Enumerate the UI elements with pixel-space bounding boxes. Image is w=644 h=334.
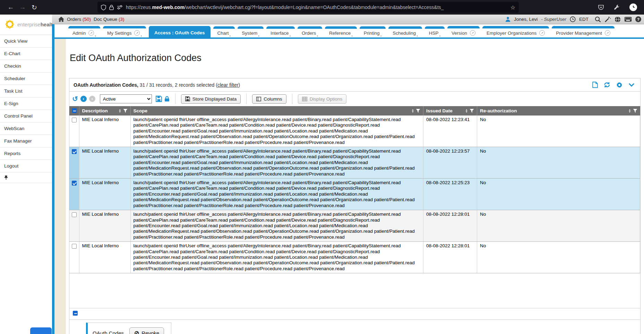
sort-icon[interactable]: ▲▼ (119, 109, 121, 113)
row-checkbox[interactable] (72, 181, 77, 186)
column-header-scope[interactable]: Scope (134, 108, 148, 113)
tab-interface[interactable]: Interface, (266, 26, 295, 37)
url-bar[interactable]: https://zeus.med-web.com/webchart/wctlev… (97, 2, 519, 13)
sort-icon[interactable]: ▲▼ (628, 109, 631, 113)
tab-chart[interactable]: Chart, (213, 26, 235, 37)
tab-my-settings[interactable]: My Settings↗, (103, 26, 146, 37)
tab-printing[interactable]: Printing, (360, 26, 386, 37)
help-icon[interactable]: ? (635, 16, 641, 22)
save-filter-icon[interactable] (156, 96, 162, 102)
tab-orders[interactable]: Orders, (298, 26, 322, 37)
oauth-codes-subtab[interactable]: OAuth Codes ⊘ Revoke (86, 323, 171, 334)
undo-icon[interactable]: ↺ (72, 95, 78, 102)
table-toolbar: ↺ ‹ › Active (69, 92, 640, 106)
sidebar-pin-button[interactable] (0, 172, 52, 183)
sidebar-item-e-sign[interactable]: E-Sign (0, 97, 52, 110)
filter-funnel-icon[interactable] (123, 109, 128, 113)
permissions-icon[interactable] (117, 5, 123, 10)
browser-back-button[interactable]: ← (5, 3, 17, 11)
tab-provider-management[interactable]: Provider Management↗ (552, 26, 615, 37)
filter-funnel-icon[interactable] (470, 109, 474, 113)
store-displayed-data-button[interactable]: Store Displayed Data (181, 94, 241, 104)
tab-hsp[interactable]: HSP, (425, 26, 445, 37)
tab-handle-icon: , (439, 32, 440, 37)
sidebar-item-quick-view[interactable]: Quick View (0, 35, 52, 48)
user-icon (505, 17, 510, 22)
orders-link[interactable]: Orders (50) (67, 17, 91, 22)
row-checkbox[interactable] (72, 244, 77, 249)
sidebar-item-checkin[interactable]: Checkin (0, 60, 52, 72)
browser-forward-button[interactable]: → (17, 3, 28, 11)
sidebar-item-e-chart[interactable]: E-Chart (0, 48, 52, 60)
collapse-chevron-icon[interactable] (628, 83, 635, 87)
tab-system[interactable]: System, (238, 26, 264, 37)
column-header-description[interactable]: Description (82, 108, 108, 113)
oauth-codes-table: Description ▲▼ Scope ▲▼ Issued Date ▲▼ (69, 106, 640, 273)
columns-button[interactable]: Columns (252, 94, 286, 104)
sidebar-item-control-panel[interactable]: Control Panel (0, 110, 52, 122)
doc-queue-link[interactable]: Doc Queue (3) (94, 17, 124, 22)
display-options-button[interactable]: Display Options (298, 94, 347, 104)
scope-cell: launch/patient openid fhirUser offline_a… (130, 242, 423, 273)
table-header-row: Description ▲▼ Scope ▲▼ Issued Date ▲▼ (69, 106, 640, 115)
column-header-issued-date[interactable]: Issued Date (426, 108, 453, 113)
keyboard-icon[interactable] (624, 17, 632, 22)
toolbar-divider (292, 94, 292, 104)
bookmark-star-icon[interactable]: ☆ (510, 4, 515, 11)
external-link-icon: ↗ (605, 30, 610, 36)
tab-handle-icon: , (95, 32, 96, 37)
browser-reload-button[interactable]: ↻ (28, 3, 40, 11)
scope-cell: launch/patient openid fhirUser offline_a… (130, 115, 423, 147)
tab-handle-icon: , (230, 32, 231, 37)
search-icon[interactable] (595, 16, 601, 23)
sidebar-item-webscan[interactable]: WebScan (0, 122, 52, 135)
sort-icon[interactable]: ▲▼ (412, 109, 414, 113)
row-checkbox[interactable] (72, 149, 77, 154)
column-header-reauthorization[interactable]: Re-authorization (480, 108, 517, 113)
select-all-checkbox[interactable] (72, 108, 77, 113)
profile-clock-icon[interactable] (629, 3, 637, 11)
filter-funnel-icon[interactable] (633, 109, 637, 113)
gear-icon[interactable] (616, 82, 622, 88)
sidebar-item-task-list[interactable]: Task List (0, 85, 52, 97)
tab-employer-organizations[interactable]: Employer Organizations↗ (482, 26, 549, 37)
sidebar-item-logout[interactable]: Logout (0, 160, 52, 172)
user-name[interactable]: Jones, Levi (514, 17, 538, 22)
home-icon[interactable] (58, 17, 64, 22)
filter-funnel-icon[interactable] (416, 109, 420, 113)
refresh-icon[interactable] (604, 82, 610, 88)
sort-icon[interactable]: ▲▼ (465, 109, 468, 113)
sidebar: enterprisehealth Quick View E-Chart Chec… (0, 15, 52, 334)
globe-icon[interactable] (615, 16, 621, 23)
row-checkbox[interactable] (72, 212, 77, 217)
tab-reference[interactable]: Reference, (325, 26, 357, 37)
lock-filter-icon[interactable] (164, 96, 170, 102)
issued-date-cell: 08-08-2022 12:28:01 (423, 242, 477, 273)
wrench-icon[interactable] (614, 5, 620, 10)
pocket-icon[interactable] (598, 5, 604, 10)
table-row: MIE Local Inferno launch/patient openid … (69, 242, 640, 273)
table-row: MIE Local Inferno launch/patient openid … (69, 115, 640, 147)
new-record-icon[interactable] (592, 82, 598, 88)
issued-date-cell: 08-08-2022 12:25:23 (423, 179, 477, 210)
accent-divider-bar (52, 24, 54, 334)
tab-handle-icon: , (289, 32, 291, 37)
clear-filter-link[interactable]: clear filter (217, 82, 239, 88)
next-page-button[interactable]: › (89, 96, 95, 102)
tab-admin[interactable]: Admin↗, (68, 26, 100, 37)
sidebar-item-reports[interactable]: Reports (0, 147, 52, 160)
brand-logo[interactable]: enterprisehealth (0, 15, 52, 35)
wand-icon[interactable] (604, 16, 611, 23)
select-all-checkbox[interactable] (73, 311, 78, 316)
status-filter-select[interactable]: Active (100, 94, 152, 103)
sunflower-logo-icon (4, 19, 15, 30)
sidebar-item-fax-manager[interactable]: Fax Manager (0, 135, 52, 147)
prev-page-button[interactable]: ‹ (80, 96, 87, 102)
tab-access-oauth-codes[interactable]: Access : OAuth Codes (149, 26, 211, 37)
external-link-icon: ↗ (539, 30, 545, 36)
sidebar-item-scheduler[interactable]: Scheduler (0, 72, 52, 85)
row-checkbox[interactable] (72, 118, 77, 122)
revoke-button[interactable]: ⊘ Revoke (129, 327, 164, 334)
tab-version[interactable]: Version↗ (447, 26, 480, 37)
tab-scheduling[interactable]: Scheduling, (388, 26, 422, 37)
